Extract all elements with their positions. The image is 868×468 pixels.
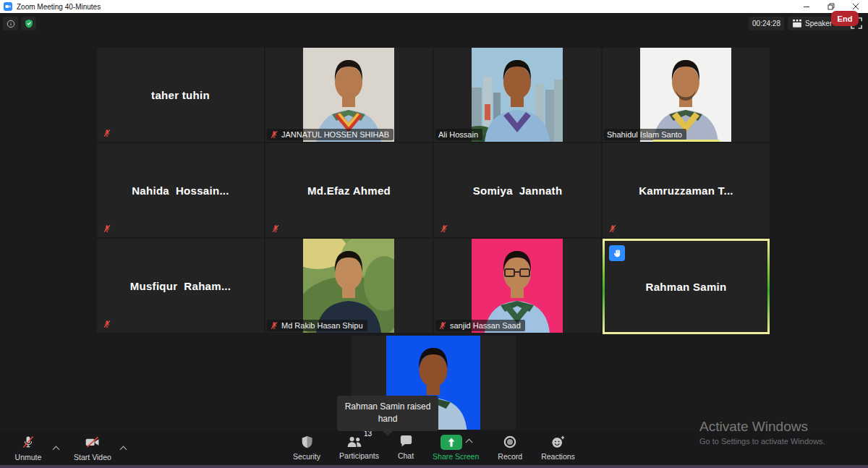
participant-tile[interactable]: Shahidul Islam Santo (603, 48, 770, 142)
participant-name: Nahida Hossain... (97, 184, 264, 197)
share-screen-icon (441, 435, 462, 450)
name-plate: sanjid Hassan Saad (435, 320, 525, 331)
participant-name: Somiya Jannath (434, 184, 601, 197)
speaker-view-icon (793, 20, 801, 27)
muted-mic-icon (270, 321, 278, 330)
participants-label: Participants (339, 451, 379, 460)
chat-button[interactable]: Chat (398, 435, 414, 460)
active-speaker-indicator (653, 140, 720, 142)
participant-tile[interactable]: Kamruzzaman T... (603, 143, 770, 237)
participant-name: JANNATUL HOSSEN SHIHAB (281, 130, 389, 139)
participant-tile[interactable]: Md Rakib Hasan Shipu (265, 239, 433, 333)
muted-mic-icon (271, 223, 280, 231)
window-title: Zoom Meeting 40-Minutes (17, 3, 794, 11)
minimize-button[interactable] (794, 0, 819, 13)
participant-name: sanjid Hassan Saad (450, 321, 521, 330)
end-meeting-button[interactable]: End (831, 11, 859, 26)
participant-tile[interactable]: Nahida Hossain... (97, 143, 264, 237)
muted-mic-icon (438, 321, 447, 330)
chat-label: Chat (398, 451, 414, 460)
participant-tile-rahman-samin[interactable]: Rahman Samin (603, 239, 770, 334)
reactions-button[interactable]: Reactions (541, 435, 575, 461)
name-plate: Md Rakib Hasan Shipu (267, 320, 367, 331)
participant-name: Shahidul Islam Santo (607, 130, 682, 139)
raised-hand-icon (609, 245, 625, 261)
meeting-timer: 00:24:28 (749, 17, 784, 30)
reactions-icon (551, 435, 565, 450)
name-plate: Shahidul Islam Santo (604, 129, 686, 140)
participant-tile[interactable]: sanjid Hassan Saad (434, 239, 601, 333)
participant-name: Md.Efaz Ahmed (265, 184, 433, 197)
title-bar: Zoom Meeting 40-Minutes (0, 0, 868, 13)
participant-tile[interactable]: Ali Hossain (434, 48, 601, 142)
record-label: Record (498, 452, 522, 461)
participant-photo (640, 48, 731, 142)
zoom-meeting-window: Zoom Meeting 40-Minutes 00:24:28 Speaker… (0, 0, 868, 468)
muted-mic-icon (103, 318, 111, 327)
participant-tile[interactable]: taher tuhin (97, 48, 264, 142)
window-bottom-border (0, 465, 868, 468)
name-plate: Ali Hossain (435, 129, 482, 140)
security-button[interactable]: Security (293, 435, 320, 461)
muted-mic-icon (608, 223, 617, 231)
muted-mic-icon (103, 127, 111, 136)
participants-button[interactable]: 13 Participants (339, 435, 379, 460)
share-options-chevron-icon[interactable] (465, 439, 472, 446)
participant-photo (303, 48, 394, 142)
raised-hand-notification: Rahman Samin raised hand (337, 396, 438, 431)
participant-name: taher tuhin (97, 89, 264, 101)
security-shield-icon (301, 435, 313, 450)
participant-name: Musfiqur Raham... (97, 280, 264, 292)
meeting-toolbar: Unmute Start Video Security (0, 430, 868, 465)
participant-tile[interactable]: Md.Efaz Ahmed (265, 143, 433, 237)
participant-tile[interactable]: Somiya Jannath (434, 143, 601, 237)
name-plate: JANNATUL HOSSEN SHIHAB (267, 129, 393, 140)
meeting-info-icon[interactable] (3, 17, 18, 30)
participant-tile[interactable]: Musfiqur Raham... (97, 239, 264, 333)
share-screen-label: Share Screen (433, 452, 479, 461)
participant-name: Kamruzzaman T... (603, 184, 770, 197)
reactions-label: Reactions (541, 452, 575, 461)
share-screen-button[interactable]: Share Screen (433, 435, 479, 461)
participant-photo (472, 239, 563, 333)
participant-name: Rahman Samin (605, 281, 767, 293)
muted-mic-icon (270, 130, 278, 139)
zoom-app-icon (4, 2, 12, 11)
participant-name: Ali Hossain (438, 130, 478, 139)
chat-icon (399, 435, 413, 449)
encryption-shield-icon[interactable] (21, 17, 36, 30)
muted-mic-icon (440, 223, 448, 231)
participant-photo (472, 48, 563, 142)
participant-name: Md Rakib Hasan Shipu (281, 321, 363, 330)
record-button[interactable]: Record (498, 435, 522, 461)
participant-tile[interactable]: JANNATUL HOSSEN SHIHAB (265, 48, 433, 142)
participant-photo (303, 239, 394, 333)
muted-mic-icon (103, 223, 111, 231)
record-icon (503, 435, 516, 450)
security-label: Security (293, 452, 320, 461)
participants-icon (346, 435, 362, 449)
